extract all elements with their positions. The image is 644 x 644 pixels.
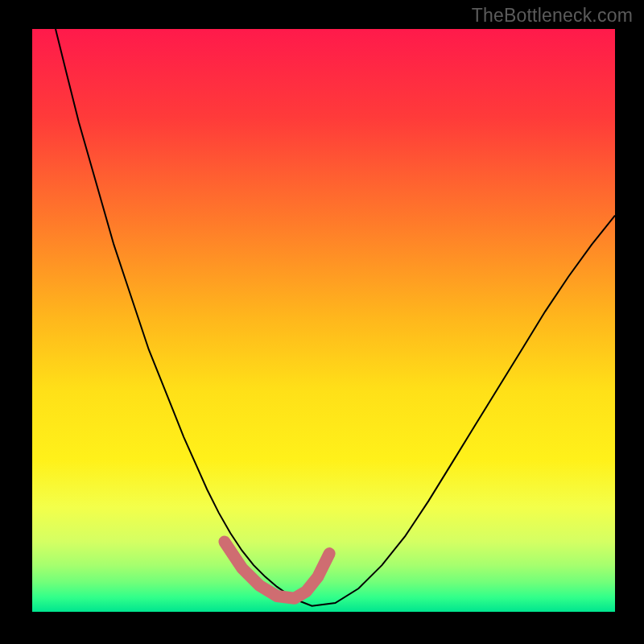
- gradient-background: [32, 29, 615, 612]
- bottleneck-chart: [0, 0, 644, 644]
- chart-frame: TheBottleneck.com: [0, 0, 644, 644]
